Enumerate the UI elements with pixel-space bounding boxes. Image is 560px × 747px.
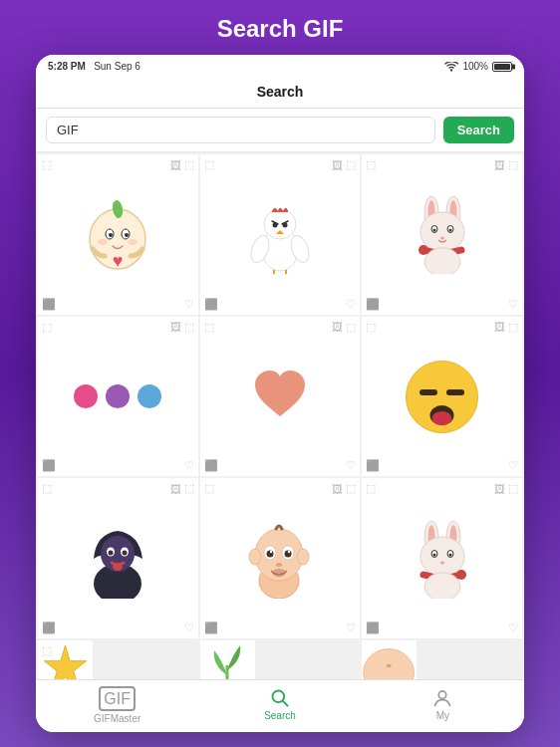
heart-bottom-2: ♡ [346, 298, 356, 311]
chicken-svg [250, 194, 310, 274]
color-circles [74, 384, 161, 408]
share-icon-3: 🖼 [494, 159, 505, 171]
corner-icon-5: ⬚ [204, 321, 218, 335]
share-icon-2: 🖼 [332, 159, 343, 171]
emoji-svg [405, 360, 479, 434]
copy-icon-9: ⬚ [508, 482, 518, 495]
heart-bottom-8: ♡ [346, 622, 356, 634]
copy-icon-1: ⬚ [184, 158, 194, 171]
person-tab-icon [432, 688, 452, 708]
gif-grid-container[interactable]: ⬚ 🖼 ⬚ [36, 152, 524, 679]
top-right-icons-1: 🖼 ⬚ [170, 158, 194, 171]
wifi-icon [444, 62, 458, 72]
share-icon-5: 🖼 [332, 321, 343, 333]
sticker-6 [362, 317, 522, 477]
grid-cell-7[interactable]: ⬚ 🖼 ⬚ [38, 478, 198, 638]
share-bottom-5: ⬛ [204, 459, 218, 472]
svg-line-76 [283, 701, 288, 706]
corner-icon-4: ⬚ [42, 321, 56, 335]
sticker-3 [362, 154, 522, 315]
grid-cell-8[interactable]: ⬚ 🖼 ⬚ [200, 478, 361, 638]
svg-point-77 [439, 691, 447, 699]
heart-bottom-6: ♡ [508, 459, 518, 472]
status-time: 5:28 PM [48, 61, 86, 72]
sticker-9 [362, 478, 522, 638]
copy-icon-3: ⬚ [508, 158, 518, 171]
grid-cell-6[interactable]: ⬚ 🖼 ⬚ ⬛ [362, 317, 522, 477]
share-bottom-6: ⬛ [366, 459, 380, 472]
grid-cell-9[interactable]: ⬚ 🖼 ⬚ [362, 478, 522, 638]
search-tab-icon [270, 688, 290, 708]
grid-cell-5[interactable]: ⬚ 🖼 ⬚ ⬛ ♡ [200, 317, 361, 477]
sticker-5 [200, 317, 361, 477]
svg-point-29 [449, 229, 452, 232]
grid-cell-11[interactable] [200, 640, 255, 679]
share-icon-9: 🖼 [494, 483, 505, 495]
bunny2-svg [410, 519, 474, 599]
sticker-12 [362, 640, 417, 679]
heart-bottom-3: ♡ [508, 298, 518, 311]
svg-point-66 [433, 553, 436, 556]
corner-icon-9: ⬚ [366, 482, 380, 496]
top-right-icons-4: 🖼 ⬚ [170, 321, 194, 334]
corner-icon-6: ⬚ [366, 321, 380, 335]
corner-icon-7: ⬚ [42, 482, 56, 496]
svg-point-14 [272, 223, 277, 228]
svg-point-69 [456, 570, 466, 580]
dot-pink [74, 384, 98, 408]
svg-point-5 [109, 233, 113, 237]
corner-icon-8: ⬚ [204, 482, 218, 496]
nav-bar: Search [36, 76, 524, 109]
share-icon-7: 🖼 [170, 483, 181, 495]
svg-point-31 [419, 245, 428, 255]
share-icon-6: 🖼 [494, 321, 505, 333]
gif-grid: ⬚ 🖼 ⬚ [38, 154, 522, 679]
battery-percent: 100% [462, 61, 488, 72]
tab-my-label: My [436, 710, 449, 721]
grid-cell-2[interactable]: ⬚ 🖼 ⬚ [200, 154, 361, 315]
svg-point-67 [449, 553, 452, 556]
grid-cell-4[interactable]: ⬚ 🖼 ⬚ ⬛ ♡ [38, 317, 198, 477]
svg-point-68 [440, 561, 444, 564]
baby-svg [247, 519, 312, 599]
grid-cell-3[interactable]: ⬚ 🖼 ⬚ [362, 154, 522, 315]
svg-point-74 [387, 663, 392, 666]
cute-char-svg: ♥ [83, 194, 152, 274]
heart-svg [250, 367, 310, 426]
grid-cell-12[interactable] [362, 640, 417, 679]
grid-cell-10[interactable]: ⬚ [38, 640, 93, 679]
heart-bottom-9: ♡ [508, 622, 518, 634]
copy-icon-4: ⬚ [184, 321, 194, 334]
corner-icon-10: ⬚ [42, 644, 56, 658]
top-right-icons-5: 🖼 ⬚ [332, 321, 356, 334]
heart-bottom-5: ♡ [346, 459, 356, 472]
dot-blue [138, 384, 161, 408]
device-frame: 5:28 PM Sun Sep 6 100% Search Search ⬚ [36, 55, 524, 732]
copy-icon-2: ⬚ [346, 158, 356, 171]
top-right-icons-8: 🖼 ⬚ [332, 482, 356, 495]
tab-gifmaster-label: GIFMaster [94, 713, 140, 724]
svg-point-30 [440, 237, 444, 240]
hooded-svg [86, 519, 150, 599]
search-button[interactable]: Search [443, 117, 514, 143]
sticker-11 [200, 640, 255, 679]
tab-my[interactable]: My [362, 688, 524, 721]
tab-search-label: Search [264, 710, 296, 721]
svg-point-8 [128, 239, 138, 245]
corner-icon-1: ⬚ [42, 158, 56, 172]
sticker-1: ♥ [38, 154, 198, 315]
top-right-icons-9: 🖼 ⬚ [494, 482, 518, 495]
search-input[interactable] [46, 117, 435, 143]
face-partial-svg [362, 640, 417, 679]
tab-search[interactable]: Search [198, 688, 361, 721]
sticker-2 [200, 154, 361, 315]
svg-point-15 [282, 223, 287, 228]
tab-gifmaster[interactable]: GIF GIFMaster [36, 686, 198, 724]
share-bottom-9: ⬛ [366, 622, 380, 634]
corner-icon-2: ⬚ [204, 158, 218, 172]
svg-point-58 [272, 569, 286, 577]
corner-icon-3: ⬚ [366, 158, 380, 172]
svg-point-70 [424, 573, 460, 599]
grid-cell-1[interactable]: ⬚ 🖼 ⬚ [38, 154, 198, 315]
share-bottom-4: ⬛ [42, 459, 56, 472]
